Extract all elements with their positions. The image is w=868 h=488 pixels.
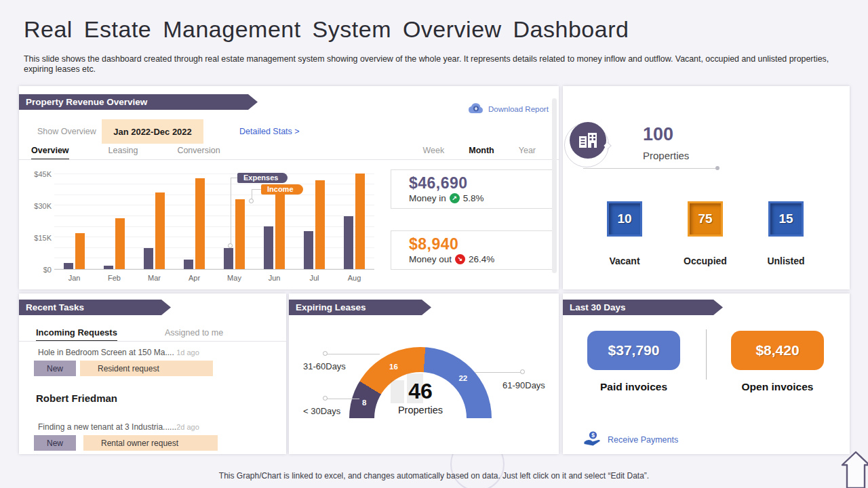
bar-group-apr (184, 178, 205, 269)
cloud-download-icon (468, 102, 484, 115)
download-report-button[interactable]: Download Report (468, 102, 549, 115)
callout-dot (520, 369, 525, 374)
bar-income-jan (75, 233, 85, 269)
open-invoices-card[interactable]: $8,420 (731, 331, 824, 370)
paid-invoices-label: Paid invoices (587, 381, 680, 393)
bar-group-mar (144, 192, 165, 269)
last30-panel-header: Last 30 Days (563, 300, 723, 315)
task-title-text: Finding a new tenant at 3 Industria.....… (38, 422, 176, 432)
properties-summary-panel: 100 Properties 10 75 15 Vacant Occupied … (563, 86, 850, 289)
hand-coin-icon: $ (583, 430, 601, 449)
revenue-panel-header: Property Revenue Overview (19, 94, 258, 110)
bar-expenses-apr (184, 260, 193, 269)
bar-expenses-jul (304, 231, 313, 269)
home-icon[interactable] (841, 450, 868, 488)
tab-conversion[interactable]: Conversion (177, 146, 220, 160)
task-time: 1d ago (176, 348, 199, 357)
y-tick: $0 (43, 266, 52, 274)
properties-total-value: 100 (643, 124, 673, 145)
money-in-card: $46,690 Money in ↗ 5.8% (391, 169, 553, 209)
connector-line (583, 168, 716, 169)
period-tab-week[interactable]: Week (423, 146, 445, 155)
leases-panel-header: Expiring Leases (289, 300, 431, 315)
property-revenue-panel: Property Revenue Overview Download Repor… (19, 86, 559, 289)
category-badge: Rental owner request (83, 435, 218, 451)
callout-dot (323, 396, 328, 401)
expiring-leases-panel: Expiring Leases 81622 46 Properties 31-6… (289, 293, 559, 454)
y-tick: $45K (34, 170, 52, 178)
x-tick-aug: Aug (334, 274, 374, 282)
bar-expenses-mar (144, 248, 153, 269)
callout-line (326, 399, 359, 399)
money-in-value: $46,690 (409, 174, 553, 192)
receive-payments-button[interactable]: $ Receive Payments (583, 430, 678, 449)
expenses-callout-dot (228, 243, 233, 248)
period-tab-row: Week Month Year (423, 146, 536, 155)
tab-incoming-requests[interactable]: Incoming Requests (36, 327, 117, 342)
bar-income-jul (315, 180, 325, 269)
bar-expenses-aug (344, 216, 353, 269)
task-title-text: Hole in Bedroom Screen at 150 Ma.... (38, 348, 174, 357)
bar-group-feb (104, 218, 125, 269)
money-out-label: Money out (409, 254, 452, 264)
task-item-title[interactable]: Hole in Bedroom Screen at 150 Ma.... 1d … (38, 348, 199, 357)
x-tick-feb: Feb (94, 274, 134, 282)
x-tick-jul: Jul (294, 274, 334, 282)
task-item-title[interactable]: Finding a new tenant at 3 Industria.....… (38, 422, 199, 432)
tab-leasing[interactable]: Leasing (108, 146, 138, 160)
gauge-label-31-60: 31-60Days (303, 361, 346, 371)
bar-chart-y-axis: $45K$30K$15K$0 (26, 168, 52, 270)
date-range-selector[interactable]: Jan 2022-Dec 2022 (102, 119, 203, 144)
money-in-delta: 5.8% (463, 193, 484, 203)
money-in-label: Money in (409, 193, 446, 203)
tab-assigned-to-me[interactable]: Assigned to me (165, 328, 223, 338)
open-invoices-label: Open invoices (731, 381, 824, 393)
buildings-icon (570, 122, 606, 159)
stat-label-vacant: Vacant (584, 256, 665, 266)
footer-note: This Graph/Chart is linked to excel, and… (0, 471, 868, 481)
panel-scrollbar[interactable] (552, 98, 557, 273)
divider (706, 329, 707, 380)
revenue-tab-row: Overview Leasing Conversion (31, 146, 220, 160)
tasks-separator (19, 341, 286, 342)
page-title: Real Estate Management System Overview D… (24, 16, 629, 43)
tasks-panel-header: Recent Tasks (19, 300, 171, 315)
bar-group-may (224, 199, 245, 269)
bar-income-mar (155, 192, 165, 269)
y-tick: $30K (34, 202, 52, 210)
bar-income-feb (115, 218, 125, 269)
bar-group-jan (64, 233, 85, 269)
bar-plot (54, 168, 374, 269)
period-tab-month[interactable]: Month (469, 146, 494, 155)
trend-down-icon: ↘ (455, 254, 465, 264)
callout-line (475, 372, 522, 373)
legend-expenses: Expenses (237, 173, 288, 183)
stat-square-unlisted: 15 (768, 201, 804, 237)
paid-invoices-card[interactable]: $37,790 (587, 331, 680, 370)
x-tick-jun: Jun (254, 274, 294, 282)
money-out-delta: 26.4% (469, 254, 494, 264)
bar-group-aug (344, 174, 365, 269)
gauge-center-label: Properties (349, 405, 492, 415)
last-30-days-panel: Last 30 Days $37,790 Paid invoices $8,42… (563, 293, 850, 454)
receive-payments-label: Receive Payments (608, 435, 678, 445)
x-tick-mar: Mar (134, 274, 174, 282)
gauge-label-61-90: 61-90Days (502, 380, 545, 390)
bar-income-aug (355, 174, 365, 269)
bar-expenses-jan (64, 263, 73, 269)
task-requester-name: Robert Friedman (36, 392, 117, 404)
stat-square-vacant: 10 (607, 201, 642, 237)
detailed-stats-link[interactable]: Detailed Stats > (239, 127, 300, 136)
status-badge-new: New (34, 361, 76, 376)
x-tick-may: May (214, 274, 254, 282)
money-out-card: $8,940 Money out ↘ 26.4% (391, 230, 553, 270)
stat-square-occupied: 75 (688, 201, 723, 237)
trend-up-icon: ↗ (450, 193, 460, 203)
properties-total-label: Properties (643, 150, 689, 161)
period-tab-year[interactable]: Year (519, 146, 536, 155)
tab-overview[interactable]: Overview (31, 146, 69, 160)
bar-income-apr (195, 178, 205, 269)
show-overview-label: Show Overview (37, 127, 96, 136)
connector-dot (715, 166, 719, 170)
bar-chart-x-axis: JanFebMarAprMayJunJulAug (54, 274, 374, 282)
